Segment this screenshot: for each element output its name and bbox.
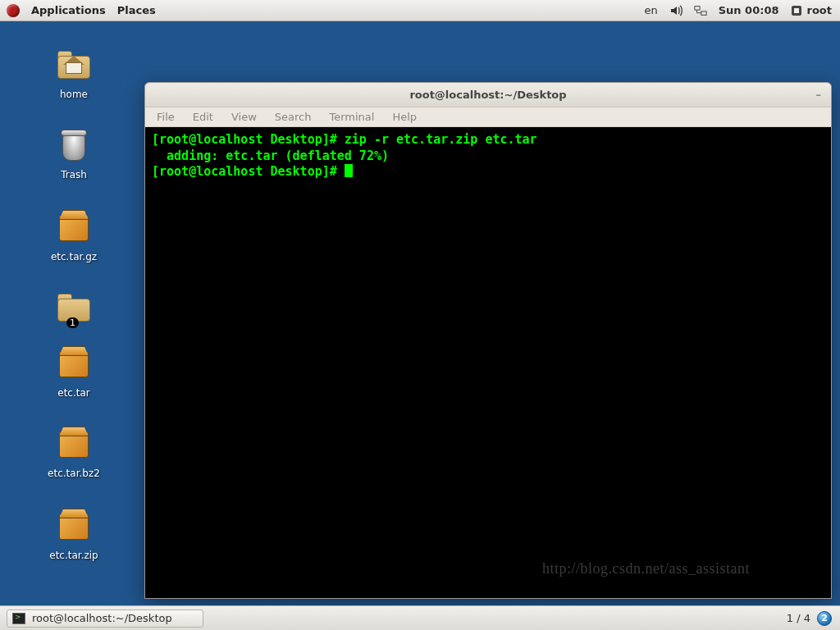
distro-logo-icon: [7, 4, 20, 17]
icon-label: [33, 331, 115, 343]
taskbar-entry-terminal[interactable]: root@localhost:~/Desktop: [7, 609, 203, 628]
applications-menu[interactable]: Applications: [31, 4, 106, 16]
menu-edit[interactable]: Edit: [193, 111, 213, 123]
trash-icon: [54, 125, 94, 164]
user-menu[interactable]: root: [791, 4, 833, 16]
icon-label: etc.tar.zip: [33, 550, 115, 561]
desktop-icon-etc-tar-zip[interactable]: etc.tar.zip: [33, 505, 115, 561]
workspace-indicator[interactable]: 1 / 4: [787, 612, 810, 624]
desktop-icon-etc-tar[interactable]: etc.tar: [33, 343, 115, 399]
icon-label: home: [33, 89, 115, 100]
terminal-window[interactable]: root@localhost:~/Desktop – File Edit Vie…: [144, 82, 832, 599]
bottom-panel: root@localhost:~/Desktop 1 / 4 2: [0, 605, 840, 630]
terminal-icon: [12, 613, 25, 624]
desktop-icon-etc-tar-bz2[interactable]: etc.tar.bz2: [33, 423, 115, 479]
menu-terminal[interactable]: Terminal: [329, 111, 374, 123]
volume-icon[interactable]: [669, 4, 682, 17]
menu-file[interactable]: File: [157, 111, 175, 123]
user-presence-icon: [791, 5, 802, 16]
places-menu[interactable]: Places: [117, 4, 156, 16]
archive-icon: [54, 423, 94, 463]
top-panel: Applications Places en Sun 00:08 root: [0, 0, 840, 21]
icon-label: etc.tar.gz: [33, 251, 115, 262]
terminal-line: adding: etc.tar (deflated 72%): [152, 148, 389, 163]
desktop-icon-folder-1[interactable]: 1: [33, 287, 115, 343]
home-folder-icon: [54, 44, 94, 84]
terminal-body[interactable]: [root@localhost Desktop]# zip -r etc.tar…: [145, 127, 831, 598]
workspace-switcher-icon[interactable]: 2: [817, 611, 832, 626]
task-label: root@localhost:~/Desktop: [32, 612, 172, 624]
terminal-prompt: [root@localhost Desktop]#: [152, 164, 345, 179]
icon-label: etc.tar: [33, 387, 115, 399]
svg-rect-0: [695, 6, 700, 9]
minimize-button[interactable]: –: [816, 89, 822, 101]
desktop-icon-etc-tar-gz[interactable]: etc.tar.gz: [33, 207, 115, 262]
menu-view[interactable]: View: [231, 111, 257, 123]
icon-label: Trash: [33, 169, 115, 180]
terminal-menubar: File Edit View Search Terminal Help: [145, 107, 831, 127]
window-title: root@localhost:~/Desktop: [409, 89, 566, 101]
user-name: root: [807, 4, 833, 16]
archive-icon: [54, 343, 94, 382]
emblem-badge: 1: [66, 317, 79, 328]
icon-label: etc.tar.bz2: [33, 468, 115, 479]
archive-icon: [54, 207, 94, 246]
svg-rect-3: [794, 8, 799, 13]
terminal-line: [root@localhost Desktop]# zip -r etc.tar…: [152, 132, 537, 147]
window-titlebar[interactable]: root@localhost:~/Desktop –: [145, 83, 831, 107]
desktop[interactable]: home Trash etc.tar.gz 1 etc.tar etc.tar.…: [0, 21, 840, 605]
menu-search[interactable]: Search: [275, 111, 312, 123]
clock[interactable]: Sun 00:08: [719, 4, 779, 16]
network-icon[interactable]: [694, 4, 707, 17]
desktop-icon-home[interactable]: home: [33, 44, 115, 100]
keyboard-layout-indicator[interactable]: en: [644, 4, 657, 16]
folder-icon: 1: [54, 287, 94, 326]
archive-icon: [54, 505, 94, 545]
svg-rect-1: [701, 11, 706, 14]
menu-help[interactable]: Help: [392, 111, 417, 123]
desktop-icon-trash[interactable]: Trash: [33, 125, 115, 180]
terminal-cursor: [345, 164, 353, 177]
